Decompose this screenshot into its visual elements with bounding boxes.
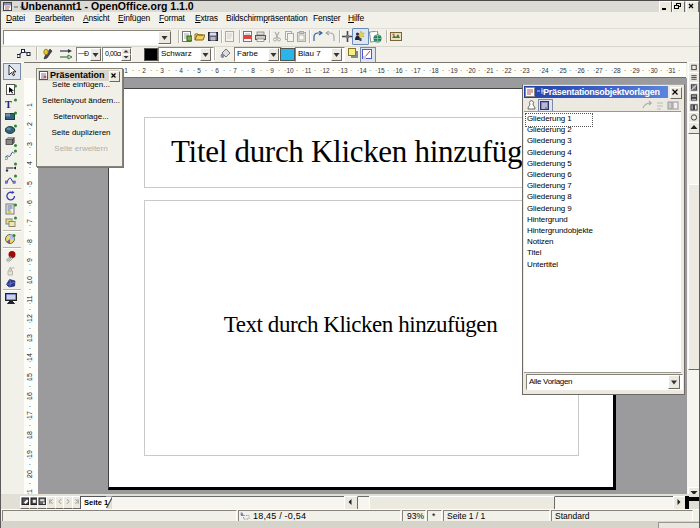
svg-text:T: T — [5, 99, 12, 110]
